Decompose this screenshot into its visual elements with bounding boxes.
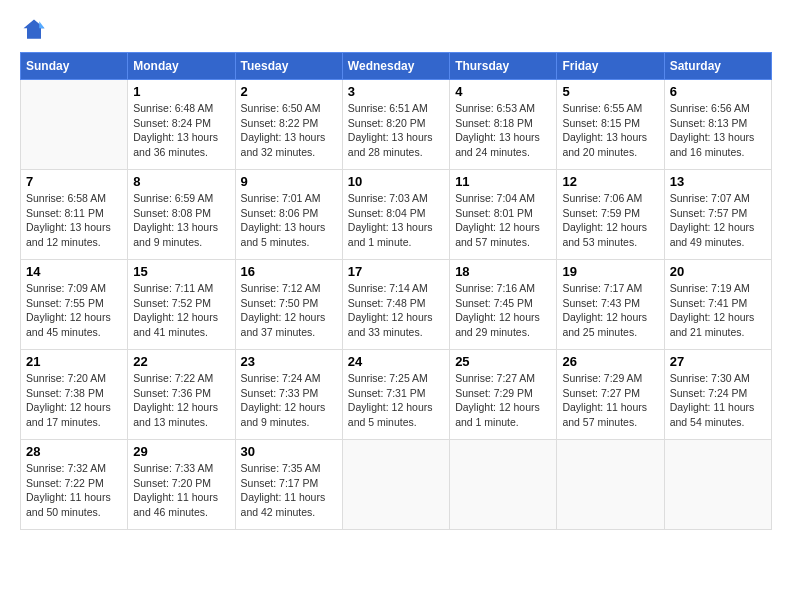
day-number: 24 — [348, 354, 444, 369]
day-info: Sunrise: 7:16 AM Sunset: 7:45 PM Dayligh… — [455, 281, 551, 340]
calendar-table: SundayMondayTuesdayWednesdayThursdayFrid… — [20, 52, 772, 530]
day-info: Sunrise: 7:20 AM Sunset: 7:38 PM Dayligh… — [26, 371, 122, 430]
calendar-cell: 20Sunrise: 7:19 AM Sunset: 7:41 PM Dayli… — [664, 260, 771, 350]
day-info: Sunrise: 7:03 AM Sunset: 8:04 PM Dayligh… — [348, 191, 444, 250]
day-number: 10 — [348, 174, 444, 189]
calendar-cell: 16Sunrise: 7:12 AM Sunset: 7:50 PM Dayli… — [235, 260, 342, 350]
day-info: Sunrise: 6:48 AM Sunset: 8:24 PM Dayligh… — [133, 101, 229, 160]
calendar-cell: 7Sunrise: 6:58 AM Sunset: 8:11 PM Daylig… — [21, 170, 128, 260]
day-info: Sunrise: 6:59 AM Sunset: 8:08 PM Dayligh… — [133, 191, 229, 250]
day-info: Sunrise: 6:51 AM Sunset: 8:20 PM Dayligh… — [348, 101, 444, 160]
calendar-cell: 23Sunrise: 7:24 AM Sunset: 7:33 PM Dayli… — [235, 350, 342, 440]
calendar-cell: 11Sunrise: 7:04 AM Sunset: 8:01 PM Dayli… — [450, 170, 557, 260]
calendar-cell: 22Sunrise: 7:22 AM Sunset: 7:36 PM Dayli… — [128, 350, 235, 440]
svg-marker-1 — [39, 21, 44, 28]
day-number: 22 — [133, 354, 229, 369]
calendar-cell: 29Sunrise: 7:33 AM Sunset: 7:20 PM Dayli… — [128, 440, 235, 530]
day-number: 8 — [133, 174, 229, 189]
calendar-cell: 9Sunrise: 7:01 AM Sunset: 8:06 PM Daylig… — [235, 170, 342, 260]
day-number: 26 — [562, 354, 658, 369]
day-info: Sunrise: 7:04 AM Sunset: 8:01 PM Dayligh… — [455, 191, 551, 250]
header-tuesday: Tuesday — [235, 53, 342, 80]
calendar-cell: 26Sunrise: 7:29 AM Sunset: 7:27 PM Dayli… — [557, 350, 664, 440]
calendar-cell — [664, 440, 771, 530]
calendar-cell: 12Sunrise: 7:06 AM Sunset: 7:59 PM Dayli… — [557, 170, 664, 260]
day-number: 7 — [26, 174, 122, 189]
day-number: 28 — [26, 444, 122, 459]
calendar-cell: 1Sunrise: 6:48 AM Sunset: 8:24 PM Daylig… — [128, 80, 235, 170]
calendar-cell: 25Sunrise: 7:27 AM Sunset: 7:29 PM Dayli… — [450, 350, 557, 440]
day-number: 30 — [241, 444, 337, 459]
svg-marker-0 — [24, 20, 45, 39]
calendar-cell: 18Sunrise: 7:16 AM Sunset: 7:45 PM Dayli… — [450, 260, 557, 350]
day-info: Sunrise: 7:12 AM Sunset: 7:50 PM Dayligh… — [241, 281, 337, 340]
calendar-cell: 13Sunrise: 7:07 AM Sunset: 7:57 PM Dayli… — [664, 170, 771, 260]
calendar-body: 1Sunrise: 6:48 AM Sunset: 8:24 PM Daylig… — [21, 80, 772, 530]
calendar-week-5: 28Sunrise: 7:32 AM Sunset: 7:22 PM Dayli… — [21, 440, 772, 530]
day-number: 27 — [670, 354, 766, 369]
header-wednesday: Wednesday — [342, 53, 449, 80]
day-number: 11 — [455, 174, 551, 189]
logo-icon — [20, 16, 48, 44]
calendar-cell: 17Sunrise: 7:14 AM Sunset: 7:48 PM Dayli… — [342, 260, 449, 350]
calendar-cell — [21, 80, 128, 170]
calendar-cell — [450, 440, 557, 530]
header-saturday: Saturday — [664, 53, 771, 80]
calendar-week-4: 21Sunrise: 7:20 AM Sunset: 7:38 PM Dayli… — [21, 350, 772, 440]
day-info: Sunrise: 7:17 AM Sunset: 7:43 PM Dayligh… — [562, 281, 658, 340]
day-number: 17 — [348, 264, 444, 279]
calendar-cell: 5Sunrise: 6:55 AM Sunset: 8:15 PM Daylig… — [557, 80, 664, 170]
day-info: Sunrise: 7:14 AM Sunset: 7:48 PM Dayligh… — [348, 281, 444, 340]
day-info: Sunrise: 7:11 AM Sunset: 7:52 PM Dayligh… — [133, 281, 229, 340]
day-info: Sunrise: 7:27 AM Sunset: 7:29 PM Dayligh… — [455, 371, 551, 430]
day-number: 16 — [241, 264, 337, 279]
calendar-week-2: 7Sunrise: 6:58 AM Sunset: 8:11 PM Daylig… — [21, 170, 772, 260]
calendar-cell: 24Sunrise: 7:25 AM Sunset: 7:31 PM Dayli… — [342, 350, 449, 440]
day-number: 25 — [455, 354, 551, 369]
day-number: 19 — [562, 264, 658, 279]
calendar-cell: 15Sunrise: 7:11 AM Sunset: 7:52 PM Dayli… — [128, 260, 235, 350]
day-info: Sunrise: 7:06 AM Sunset: 7:59 PM Dayligh… — [562, 191, 658, 250]
calendar-cell: 6Sunrise: 6:56 AM Sunset: 8:13 PM Daylig… — [664, 80, 771, 170]
day-info: Sunrise: 7:01 AM Sunset: 8:06 PM Dayligh… — [241, 191, 337, 250]
day-number: 12 — [562, 174, 658, 189]
day-info: Sunrise: 6:50 AM Sunset: 8:22 PM Dayligh… — [241, 101, 337, 160]
day-info: Sunrise: 7:24 AM Sunset: 7:33 PM Dayligh… — [241, 371, 337, 430]
day-number: 15 — [133, 264, 229, 279]
day-info: Sunrise: 7:35 AM Sunset: 7:17 PM Dayligh… — [241, 461, 337, 520]
day-number: 21 — [26, 354, 122, 369]
calendar-cell: 3Sunrise: 6:51 AM Sunset: 8:20 PM Daylig… — [342, 80, 449, 170]
day-info: Sunrise: 7:29 AM Sunset: 7:27 PM Dayligh… — [562, 371, 658, 430]
day-info: Sunrise: 6:58 AM Sunset: 8:11 PM Dayligh… — [26, 191, 122, 250]
calendar-cell: 2Sunrise: 6:50 AM Sunset: 8:22 PM Daylig… — [235, 80, 342, 170]
day-number: 13 — [670, 174, 766, 189]
logo — [20, 16, 52, 44]
day-info: Sunrise: 7:09 AM Sunset: 7:55 PM Dayligh… — [26, 281, 122, 340]
calendar-week-3: 14Sunrise: 7:09 AM Sunset: 7:55 PM Dayli… — [21, 260, 772, 350]
day-info: Sunrise: 6:55 AM Sunset: 8:15 PM Dayligh… — [562, 101, 658, 160]
calendar-cell: 28Sunrise: 7:32 AM Sunset: 7:22 PM Dayli… — [21, 440, 128, 530]
calendar-cell: 14Sunrise: 7:09 AM Sunset: 7:55 PM Dayli… — [21, 260, 128, 350]
day-info: Sunrise: 7:32 AM Sunset: 7:22 PM Dayligh… — [26, 461, 122, 520]
day-info: Sunrise: 7:22 AM Sunset: 7:36 PM Dayligh… — [133, 371, 229, 430]
calendar-cell: 19Sunrise: 7:17 AM Sunset: 7:43 PM Dayli… — [557, 260, 664, 350]
day-number: 5 — [562, 84, 658, 99]
header-friday: Friday — [557, 53, 664, 80]
day-number: 6 — [670, 84, 766, 99]
header-sunday: Sunday — [21, 53, 128, 80]
calendar-cell — [557, 440, 664, 530]
day-number: 2 — [241, 84, 337, 99]
day-number: 23 — [241, 354, 337, 369]
page-header — [20, 16, 772, 44]
header-monday: Monday — [128, 53, 235, 80]
day-info: Sunrise: 7:33 AM Sunset: 7:20 PM Dayligh… — [133, 461, 229, 520]
calendar-cell: 27Sunrise: 7:30 AM Sunset: 7:24 PM Dayli… — [664, 350, 771, 440]
day-info: Sunrise: 7:19 AM Sunset: 7:41 PM Dayligh… — [670, 281, 766, 340]
calendar-cell: 4Sunrise: 6:53 AM Sunset: 8:18 PM Daylig… — [450, 80, 557, 170]
calendar-cell: 10Sunrise: 7:03 AM Sunset: 8:04 PM Dayli… — [342, 170, 449, 260]
calendar-header-row: SundayMondayTuesdayWednesdayThursdayFrid… — [21, 53, 772, 80]
day-number: 14 — [26, 264, 122, 279]
day-number: 1 — [133, 84, 229, 99]
day-info: Sunrise: 7:30 AM Sunset: 7:24 PM Dayligh… — [670, 371, 766, 430]
day-info: Sunrise: 7:25 AM Sunset: 7:31 PM Dayligh… — [348, 371, 444, 430]
